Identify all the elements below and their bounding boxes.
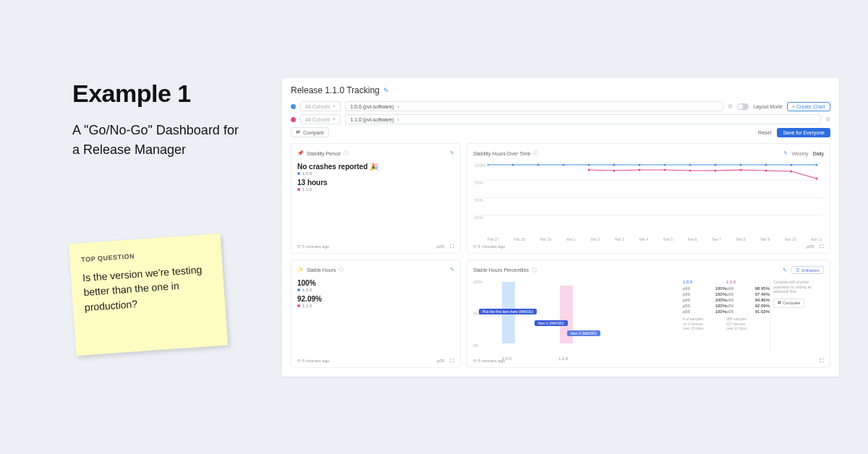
card-stable-hours: ✨ Stable Hours ⓘ ✎ 100% 1.0.0 92.09% 1.1… (291, 260, 461, 368)
info-icon[interactable]: ⓘ (533, 150, 538, 157)
svg-point-0 (488, 164, 489, 166)
cohort-select-2[interactable]: All Cohorts ▾ (300, 114, 341, 124)
expand-icon[interactable]: ⛶ (820, 244, 824, 249)
svg-point-19 (715, 170, 717, 172)
percentile-badge[interactable]: p05 (437, 244, 444, 249)
expand-icon[interactable]: ⛶ (450, 244, 454, 249)
refresh-icon[interactable]: ⟳ (297, 244, 301, 249)
percentile-badge[interactable]: p05 (807, 244, 814, 249)
sticky-label: TOP QUESTION (81, 247, 210, 263)
edit-icon[interactable]: ✎ (783, 150, 788, 156)
stable-hours-v2: 92.09% (297, 295, 454, 303)
seg-daily[interactable]: Daily (812, 151, 824, 156)
x-axis-labels: Feb 27Feb 28Feb 29Mar 1Mar 2Mar 3Mar 4Ma… (488, 237, 822, 241)
updated-time: 5 minutes ago (478, 359, 506, 363)
svg-point-15 (613, 170, 616, 172)
percentile-col-2: 1.1.0 p9998.95% p9597.49% p9094.86% p509… (726, 280, 770, 352)
percentile-col-1: 1.0.0 p99100% p95100% p90100% p50100% p0… (683, 280, 726, 352)
percentile-chart: 100% 50% 0% Plot the first item here (MM… (473, 280, 683, 352)
svg-point-12 (791, 164, 793, 166)
info-icon[interactable]: ⓘ (339, 266, 344, 273)
reset-button[interactable]: Reset (758, 130, 771, 135)
svg-point-8 (689, 164, 692, 166)
layout-mode-label: Layout Mode (753, 104, 782, 109)
pin-icon: 📌 (297, 150, 304, 156)
svg-point-23 (816, 178, 818, 180)
line-chart: 100% 75% 50% 25% Feb 27Feb 28Feb 29Mar 1… (475, 163, 822, 231)
info-icon[interactable]: ⓘ (344, 150, 349, 157)
svg-point-9 (715, 164, 717, 166)
updated-time: 5 minutes ago (302, 359, 330, 363)
card-stable-hours-percentiles: Stable Hours Percentiles ⓘ ✎ ☰ Drilldown… (467, 260, 830, 368)
stability-value-2: 13 hours (297, 179, 454, 187)
filter-row-2: All Cohorts ▾ 1.1.0 (pvt-software) × ⚙ (291, 114, 830, 124)
save-for-everyone-button[interactable]: Save for Everyone (777, 128, 830, 137)
dashboard: Release 1.1.0 Tracking ✎ All Cohorts ▾ 1… (282, 78, 839, 377)
edit-icon[interactable]: ✎ (783, 267, 787, 273)
series-dot-pink (291, 117, 296, 122)
card-title: Stable Hours Percentiles (473, 267, 529, 273)
updated-time: 5 minutes ago (302, 244, 330, 249)
svg-point-18 (689, 170, 692, 172)
seg-weekly[interactable]: Weekly (792, 151, 809, 156)
svg-point-11 (765, 164, 767, 166)
annotation-pill[interactable]: Plot the first item here (MM/DD) (479, 309, 537, 314)
sticky-text: Is the version we're testing better than… (82, 262, 213, 314)
cohort-select-1[interactable]: All Cohorts ▾ (300, 101, 341, 111)
updated-time: 5 minutes ago (478, 244, 506, 249)
compare-side: Compare with another population by addin… (770, 280, 824, 352)
page-title: Release 1.1.0 Tracking ✎ (291, 85, 830, 95)
example-subtitle: A "Go/No-Go" Dashboard for a Release Man… (72, 121, 239, 160)
edit-title-icon[interactable]: ✎ (383, 87, 389, 94)
sticky-note: TOP QUESTION Is the version we're testin… (69, 234, 228, 356)
refresh-icon[interactable]: ⟳ (297, 358, 301, 363)
expand-icon[interactable]: ⛶ (450, 359, 454, 363)
stability-headline: No crashes reported 🎉 (297, 163, 454, 171)
series-label: 1.1.0 (302, 187, 312, 192)
annotation-pill[interactable]: Item 3 (MM/DD) (567, 330, 600, 336)
filter-settings-icon-2[interactable]: ⚙ (825, 116, 830, 123)
svg-point-16 (639, 169, 641, 171)
refresh-icon[interactable]: ⟳ (473, 244, 477, 249)
page-title-text: Release 1.1.0 Tracking (291, 85, 380, 95)
svg-point-5 (613, 164, 616, 166)
series-label: 1.0.0 (302, 288, 312, 292)
series-dot-blue (291, 104, 296, 109)
stable-hours-v1: 100% (297, 279, 454, 287)
svg-point-22 (791, 171, 793, 173)
card-stability-period: 📌 Stability Period ⓘ ✎ No crashes report… (291, 143, 461, 254)
filter-row-1: All Cohorts ▾ 1.0.0 (pvt-software) × ⚙ L… (291, 101, 830, 111)
card-title: Stable Hours (307, 267, 336, 273)
create-chart-button[interactable]: + Create Chart (787, 102, 830, 111)
version-tag-2[interactable]: 1.1.0 (pvt-software) × (345, 114, 821, 124)
annotation-pill[interactable]: Item 2 (MM/DD) (535, 320, 568, 326)
edit-icon[interactable]: ✎ (450, 150, 454, 156)
svg-point-10 (740, 164, 742, 166)
compare-button[interactable]: ⇄ Compare (291, 127, 329, 137)
filter-settings-icon[interactable]: ⚙ (728, 103, 733, 110)
compare-population-button[interactable]: ⇄ Compare (773, 299, 804, 309)
percentile-badge[interactable]: p05 (437, 359, 444, 363)
expand-icon[interactable]: ⛶ (820, 359, 824, 363)
card-title: Stability Hours Over Time (473, 151, 530, 156)
card-stability-over-time: Stability Hours Over Time ⓘ ✎ Weekly Dai… (467, 143, 830, 254)
drilldown-button[interactable]: ☰ Drilldown (791, 266, 824, 274)
svg-point-20 (740, 169, 742, 171)
info-icon[interactable]: ⓘ (532, 267, 537, 274)
svg-point-4 (588, 164, 590, 166)
series-label: 1.1.0 (302, 304, 312, 308)
edit-icon[interactable]: ✎ (450, 267, 454, 273)
layout-mode-toggle[interactable] (737, 103, 749, 110)
svg-point-3 (563, 164, 565, 166)
version-tag-1[interactable]: 1.0.0 (pvt-software) × (345, 101, 723, 111)
refresh-icon[interactable]: ⟳ (473, 358, 477, 363)
svg-point-21 (765, 170, 767, 172)
example-title: Example 1 (72, 80, 239, 108)
card-title: Stability Period (307, 151, 341, 156)
sparkle-icon: ✨ (297, 267, 304, 273)
action-row: ⇄ Compare Reset Save for Everyone (291, 127, 830, 137)
svg-point-14 (588, 169, 590, 171)
svg-point-2 (537, 164, 540, 166)
svg-point-6 (639, 164, 641, 166)
svg-point-13 (816, 164, 818, 166)
